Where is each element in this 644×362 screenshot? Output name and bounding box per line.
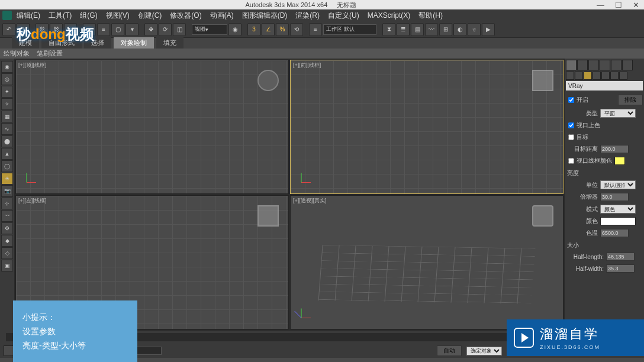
menu-help[interactable]: 帮助(H) xyxy=(418,11,443,21)
menu-grapheditors[interactable]: 图形编辑器(D) xyxy=(242,11,288,21)
viewport-perspective[interactable]: [+][透视][真实] xyxy=(290,195,564,329)
undo-icon[interactable]: ↶ xyxy=(2,23,15,36)
lt-helpers-icon[interactable]: ⊹ xyxy=(1,198,13,209)
workspace-dropdown[interactable]: 工作区 默认 xyxy=(323,24,376,35)
lt-shapes-icon[interactable]: ◯ xyxy=(1,160,13,172)
cmd-motion-icon[interactable] xyxy=(600,60,610,70)
schematic-icon[interactable]: ⊞ xyxy=(439,23,452,36)
temp-input[interactable] xyxy=(600,229,629,237)
percent-snap-icon[interactable]: % xyxy=(276,23,289,36)
vpshade-checkbox[interactable] xyxy=(568,122,574,128)
mirror-icon[interactable]: ⧗ xyxy=(382,23,395,36)
lt-aec-icon[interactable]: ▲ xyxy=(1,148,13,160)
selectname-icon[interactable]: ≡ xyxy=(97,23,110,36)
target-checkbox[interactable] xyxy=(568,134,574,140)
lt-misc3-icon[interactable]: ▣ xyxy=(1,260,13,272)
color-swatch[interactable] xyxy=(600,217,636,225)
minimize-icon[interactable]: — xyxy=(597,1,604,9)
menu-group[interactable]: 组(G) xyxy=(80,11,97,21)
curve-editor-icon[interactable]: 〰 xyxy=(425,23,438,36)
cat-spacewarps-icon[interactable] xyxy=(610,72,619,80)
viewport-top[interactable]: [+][顶][线框] xyxy=(15,60,289,194)
pivot-icon[interactable]: ◉ xyxy=(228,23,242,36)
exclude-button[interactable]: 排除 xyxy=(618,95,643,105)
menu-customize[interactable]: 自定义(U) xyxy=(328,11,359,21)
viewcube-icon[interactable] xyxy=(532,70,553,91)
close-icon[interactable]: ✕ xyxy=(633,1,639,9)
menu-tools[interactable]: 工具(T) xyxy=(49,11,72,21)
keyfilter-dropdown[interactable]: 选定对象 xyxy=(466,347,502,355)
angle-snap-icon[interactable]: ∠ xyxy=(262,23,275,36)
align-icon[interactable]: ≣ xyxy=(397,23,410,36)
cmd-modify-icon[interactable] xyxy=(577,60,588,70)
lt-cameras-icon[interactable]: 📷 xyxy=(1,185,13,197)
menu-maxscript[interactable]: MAXScript(X) xyxy=(368,11,411,20)
cat-systems-icon[interactable] xyxy=(619,72,627,80)
cat-cameras-icon[interactable] xyxy=(593,72,601,80)
viewport-left-label[interactable]: [+][左][线框] xyxy=(18,197,46,205)
cat-shapes-icon[interactable] xyxy=(575,72,583,80)
tab-fill[interactable]: 填充 xyxy=(156,37,183,49)
wirecolor-swatch[interactable] xyxy=(614,157,625,165)
lt-particle-icon[interactable]: ✧ xyxy=(1,98,13,110)
viewport-persp-label[interactable]: [+][透视][真实] xyxy=(293,197,326,205)
snap-3-icon[interactable]: 3 xyxy=(247,23,260,36)
halfwidth-input[interactable] xyxy=(606,264,635,273)
lt-nurbs-icon[interactable]: ∿ xyxy=(1,123,13,135)
refcoord-dropdown[interactable]: 视图 ▾ xyxy=(192,24,227,35)
render-setup-icon[interactable]: ☼ xyxy=(468,23,481,36)
tab-objpaint[interactable]: 对象绘制 xyxy=(114,37,154,49)
rotate-icon[interactable]: ⟳ xyxy=(159,23,172,36)
spinner-snap-icon[interactable]: ⟲ xyxy=(290,23,303,36)
autokey-button[interactable]: 自动 xyxy=(437,345,462,356)
filter-icon[interactable]: ▾ xyxy=(125,23,139,36)
lt-standard-icon[interactable]: ◉ xyxy=(1,61,13,73)
cmd-display-icon[interactable] xyxy=(611,60,622,70)
menu-rendering[interactable]: 渲染(R) xyxy=(295,11,320,21)
lt-misc2-icon[interactable]: ◇ xyxy=(1,247,13,259)
lt-spacewarps-icon[interactable]: 〰 xyxy=(1,210,13,222)
cmd-hierarchy-icon[interactable] xyxy=(588,60,599,70)
cmd-create-icon[interactable] xyxy=(566,60,577,70)
type-dropdown[interactable]: 平面 xyxy=(600,109,636,118)
lt-dynamics-icon[interactable]: ⬤ xyxy=(1,135,13,147)
viewport-front-label[interactable]: [+][前][线框] xyxy=(293,62,321,69)
cat-geometry-icon[interactable] xyxy=(566,72,574,80)
app-icon[interactable] xyxy=(2,11,12,20)
subtab-brush[interactable]: 笔刷设置 xyxy=(37,49,63,58)
halflength-input[interactable] xyxy=(606,253,635,261)
layers-icon[interactable]: ▤ xyxy=(411,23,424,36)
cat-helpers-icon[interactable] xyxy=(601,72,610,80)
menu-edit[interactable]: 编辑(E) xyxy=(17,11,40,21)
menu-create[interactable]: 创建(C) xyxy=(138,11,162,21)
nameselset-icon[interactable]: ≡ xyxy=(309,23,322,36)
renderer-dropdown[interactable]: VRay xyxy=(566,81,643,90)
viewport-front[interactable]: [+][前][线框] xyxy=(290,60,564,194)
cmd-utilities-icon[interactable] xyxy=(622,60,633,70)
lt-compound-icon[interactable]: ✦ xyxy=(1,86,13,98)
viewcube-icon[interactable] xyxy=(257,205,279,227)
mult-input[interactable] xyxy=(600,193,629,201)
maximize-icon[interactable]: ☐ xyxy=(615,1,622,9)
lt-misc1-icon[interactable]: ◆ xyxy=(1,235,13,247)
mode-dropdown[interactable]: 颜色 xyxy=(600,205,636,214)
subtab-drawobj[interactable]: 绘制对象 xyxy=(4,49,30,58)
wirecolor-checkbox[interactable] xyxy=(568,158,574,164)
render-icon[interactable]: ▶ xyxy=(482,23,495,36)
lt-patch-icon[interactable]: ▦ xyxy=(1,111,13,122)
move-icon[interactable]: ✥ xyxy=(144,23,157,36)
viewcube-icon[interactable] xyxy=(532,205,553,227)
lt-systems-icon[interactable]: ⚙ xyxy=(1,222,13,234)
viewcube-icon[interactable] xyxy=(257,70,279,91)
menu-animation[interactable]: 动画(A) xyxy=(210,11,234,21)
lt-extended-icon[interactable]: ◎ xyxy=(1,73,13,85)
enable-checkbox[interactable] xyxy=(568,97,574,103)
targetdist-input[interactable] xyxy=(600,145,629,153)
lt-lights-icon[interactable]: ☀ xyxy=(1,173,13,185)
menu-views[interactable]: 视图(V) xyxy=(106,11,130,21)
scale-icon[interactable]: ◫ xyxy=(173,23,186,36)
material-editor-icon[interactable]: ◐ xyxy=(453,23,466,36)
selectregion-icon[interactable]: ▢ xyxy=(111,23,124,36)
cat-lights-icon[interactable] xyxy=(584,72,592,80)
menu-modifiers[interactable]: 修改器(O) xyxy=(170,11,201,21)
